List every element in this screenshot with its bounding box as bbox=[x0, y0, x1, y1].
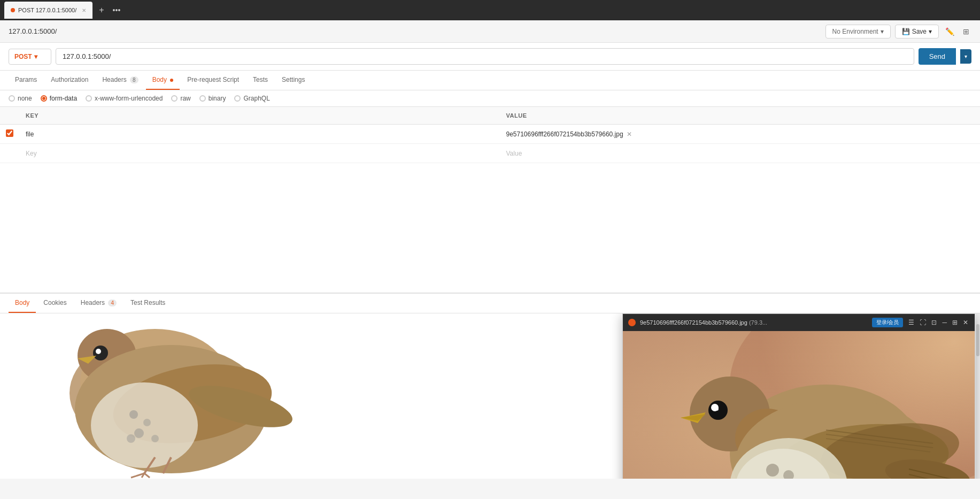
svg-point-11 bbox=[134, 428, 144, 438]
send-button[interactable]: Send bbox=[919, 48, 956, 65]
tab-label: POST 127.0.0.1:5000/ bbox=[18, 7, 76, 13]
save-icon: 💾 bbox=[902, 28, 910, 35]
method-selector[interactable]: POST ▾ bbox=[9, 49, 51, 65]
headers-badge: 8 bbox=[130, 76, 138, 83]
edit-icon[interactable]: ✏️ bbox=[943, 25, 956, 38]
response-tabs: Body Cookies Headers 4 Test Results bbox=[0, 293, 980, 313]
viewer-app-icon bbox=[628, 319, 636, 326]
title-actions: No Environment ▾ 💾 Save ▾ ✏️ ⊞ bbox=[825, 25, 971, 39]
empty-value[interactable]: Value bbox=[500, 147, 981, 160]
table-header: KEY VALUE bbox=[0, 107, 980, 125]
body-active-dot bbox=[170, 79, 173, 82]
login-btn[interactable]: 登录/会员 bbox=[872, 318, 904, 327]
close-icon[interactable]: ✕ bbox=[962, 318, 969, 327]
tabs-more-btn[interactable]: ••• bbox=[111, 6, 123, 14]
bird-background-image bbox=[27, 313, 310, 479]
viewer-filename: 9e5710696fff266f072154bb3b579660.jpg (79… bbox=[640, 319, 868, 326]
resp-tab-test-results[interactable]: Test Results bbox=[124, 294, 172, 313]
resp-tab-body[interactable]: Body bbox=[9, 294, 36, 313]
svg-point-10 bbox=[143, 419, 151, 426]
tab-close-btn[interactable]: ✕ bbox=[82, 7, 86, 13]
restore-icon[interactable]: ⊞ bbox=[951, 318, 959, 327]
body-types: none form-data x-www-form-urlencoded raw… bbox=[0, 90, 980, 107]
row1-key: file bbox=[19, 127, 500, 141]
tab-pre-request-script[interactable]: Pre-request Script bbox=[181, 71, 245, 90]
viewer-header: 9e5710696fff266f072154bb3b579660.jpg (79… bbox=[623, 314, 975, 331]
viewer-window-controls: ☰ ⛶ ⊡ ─ ⊞ ✕ bbox=[907, 318, 969, 327]
headers-resp-badge: 4 bbox=[108, 300, 117, 306]
fullscreen-icon[interactable]: ⛶ bbox=[919, 318, 927, 327]
response-scrollbar[interactable] bbox=[976, 313, 980, 479]
active-tab[interactable]: POST 127.0.0.1:5000/ ✕ bbox=[4, 2, 92, 19]
response-body: 9e5710696fff266f072154bb3b579660.jpg (79… bbox=[0, 313, 980, 479]
environment-selector[interactable]: No Environment ▾ bbox=[825, 25, 891, 39]
scrollbar-thumb bbox=[976, 324, 979, 356]
value-header: VALUE bbox=[500, 110, 981, 121]
bird-image bbox=[623, 331, 975, 479]
viewer-image-area bbox=[623, 331, 975, 479]
svg-point-4 bbox=[96, 349, 101, 354]
svg-point-13 bbox=[127, 434, 135, 443]
form-data-radio[interactable] bbox=[41, 95, 47, 102]
pip-icon[interactable]: ⊡ bbox=[930, 318, 938, 327]
tab-settings[interactable]: Settings bbox=[275, 71, 311, 90]
method-label: POST bbox=[14, 53, 32, 60]
file-remove-btn[interactable]: ✕ bbox=[627, 130, 632, 138]
tab-params[interactable]: Params bbox=[9, 71, 43, 90]
body-type-urlencoded[interactable]: x-www-form-urlencoded bbox=[86, 95, 163, 102]
table-row-empty: Key Value bbox=[0, 144, 980, 163]
minimize-icon[interactable]: ─ bbox=[941, 318, 948, 327]
title-bar: 127.0.0.1:5000/ No Environment ▾ 💾 Save … bbox=[0, 20, 980, 43]
send-dropdown-btn[interactable]: ▾ bbox=[960, 49, 971, 64]
raw-radio[interactable] bbox=[171, 95, 178, 102]
body-type-binary[interactable]: binary bbox=[199, 95, 226, 102]
tab-body[interactable]: Body bbox=[146, 71, 180, 90]
body-table: KEY VALUE file 9e5710696fff266f072154bb3… bbox=[0, 107, 980, 293]
tab-authorization[interactable]: Authorization bbox=[44, 71, 95, 90]
request-bar: POST ▾ Send ▾ bbox=[0, 43, 980, 71]
none-radio[interactable] bbox=[9, 95, 15, 102]
page-title: 127.0.0.1:5000/ bbox=[9, 27, 57, 35]
empty-key[interactable]: Key bbox=[19, 147, 500, 160]
key-header: KEY bbox=[19, 110, 500, 121]
layout-icon[interactable]: ⊞ bbox=[961, 25, 971, 38]
tab-headers[interactable]: Headers 8 bbox=[96, 71, 144, 90]
body-type-form-data[interactable]: form-data bbox=[41, 95, 77, 102]
svg-point-38 bbox=[766, 464, 779, 477]
chevron-down-icon: ▾ bbox=[881, 28, 884, 35]
env-label: No Environment bbox=[832, 28, 878, 35]
image-viewer: 9e5710696fff266f072154bb3b579660.jpg (79… bbox=[622, 313, 975, 479]
row1-value: 9e5710696fff266f072154bb3b579660.jpg ✕ bbox=[500, 127, 981, 141]
tab-tests[interactable]: Tests bbox=[246, 71, 274, 90]
graphql-radio[interactable] bbox=[234, 95, 241, 102]
resp-tab-cookies[interactable]: Cookies bbox=[37, 294, 73, 313]
body-type-raw[interactable]: raw bbox=[171, 95, 190, 102]
body-type-graphql[interactable]: GraphQL bbox=[234, 95, 269, 102]
urlencoded-radio[interactable] bbox=[86, 95, 92, 102]
binary-radio[interactable] bbox=[199, 95, 206, 102]
resp-tab-headers[interactable]: Headers 4 bbox=[74, 294, 123, 313]
tab-dot bbox=[11, 8, 15, 12]
request-tabs: Params Authorization Headers 8 Body Pre-… bbox=[0, 71, 980, 90]
svg-point-26 bbox=[715, 408, 719, 411]
menu-icon[interactable]: ☰ bbox=[907, 318, 915, 327]
tab-bar: POST 127.0.0.1:5000/ ✕ + ••• bbox=[0, 0, 980, 20]
url-input[interactable] bbox=[56, 48, 914, 65]
checkbox-header bbox=[0, 110, 19, 121]
svg-line-19 bbox=[144, 473, 150, 478]
body-type-none[interactable]: none bbox=[9, 95, 32, 102]
method-chevron-icon: ▾ bbox=[34, 53, 37, 60]
table-row: file 9e5710696fff266f072154bb3b579660.jp… bbox=[0, 125, 980, 144]
svg-point-12 bbox=[151, 435, 159, 442]
svg-point-9 bbox=[129, 410, 138, 419]
response-section: Body Cookies Headers 4 Test Results bbox=[0, 293, 980, 479]
save-dropdown-icon: ▾ bbox=[929, 28, 932, 35]
svg-point-8 bbox=[91, 382, 198, 468]
save-button[interactable]: 💾 Save ▾ bbox=[895, 25, 939, 39]
new-tab-btn[interactable]: + bbox=[95, 5, 108, 15]
row1-checkbox[interactable] bbox=[0, 129, 19, 139]
